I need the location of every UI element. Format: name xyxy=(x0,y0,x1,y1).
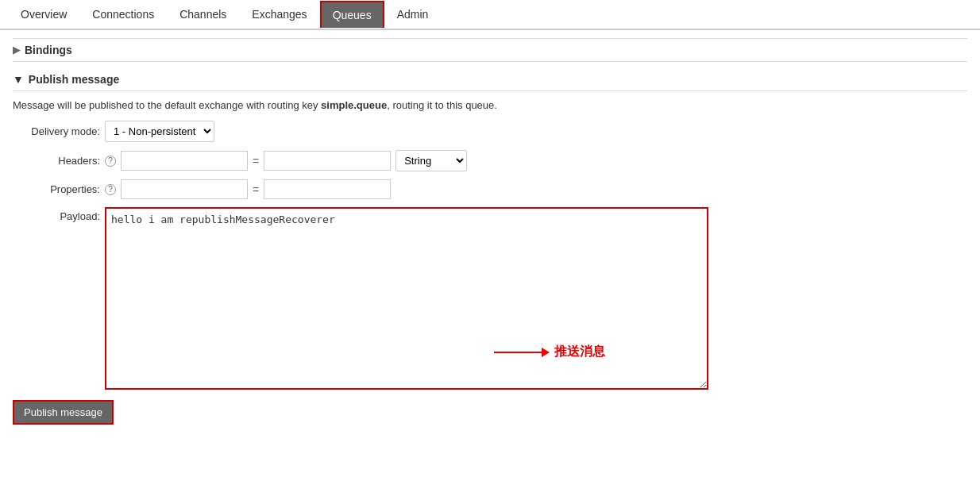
annotation: 推送消息 xyxy=(494,344,605,360)
routing-key: simple.queue xyxy=(321,99,387,111)
nav-queues[interactable]: Queues xyxy=(320,1,384,28)
payload-label: Payload: xyxy=(13,207,100,222)
delivery-mode-label: Delivery mode: xyxy=(13,125,100,137)
publish-message-button[interactable]: Publish message xyxy=(13,400,114,425)
delivery-mode-row: Delivery mode: 1 - Non-persistent 2 - Pe… xyxy=(13,121,967,142)
publish-section: ▼ Publish message Message will be publis… xyxy=(13,68,967,425)
annotation-arrow-line xyxy=(494,348,550,357)
publish-info: Message will be published to the default… xyxy=(13,99,967,111)
nav-connections[interactable]: Connections xyxy=(79,0,167,29)
delivery-mode-select[interactable]: 1 - Non-persistent 2 - Persistent xyxy=(105,121,214,142)
bindings-label: Bindings xyxy=(25,44,72,56)
bindings-section: ▶ Bindings xyxy=(13,38,967,62)
bindings-arrow-icon: ▶ xyxy=(13,44,20,56)
properties-eq: = xyxy=(253,183,259,196)
headers-row: Headers: ? = String Bytes Integer Float xyxy=(13,150,967,171)
properties-value-input[interactable] xyxy=(264,179,391,199)
annotation-text: 推送消息 xyxy=(554,344,605,360)
nav-overview[interactable]: Overview xyxy=(8,0,79,29)
properties-row: Properties: ? = xyxy=(13,179,967,199)
headers-value-input[interactable] xyxy=(264,151,391,171)
nav-admin[interactable]: Admin xyxy=(384,0,442,29)
page-content: ▶ Bindings ▼ Publish message Message wil… xyxy=(0,30,980,433)
headers-key-input[interactable] xyxy=(121,151,248,171)
bindings-header[interactable]: ▶ Bindings xyxy=(13,39,967,62)
publish-header[interactable]: ▼ Publish message xyxy=(13,68,967,91)
publish-title: Publish message xyxy=(29,73,119,86)
nav-exchanges[interactable]: Exchanges xyxy=(239,0,319,29)
info-prefix: Message will be published to the default… xyxy=(13,99,321,111)
payload-area: hello i am republishMessageRecoverer 推送消… xyxy=(105,207,708,392)
properties-label: Properties: xyxy=(13,183,100,195)
nav-channels[interactable]: Channels xyxy=(167,0,239,29)
properties-help-icon[interactable]: ? xyxy=(105,184,116,195)
info-suffix: , routing it to this queue. xyxy=(387,99,497,111)
payload-textarea[interactable]: hello i am republishMessageRecoverer xyxy=(105,207,708,390)
nav-bar: Overview Connections Channels Exchanges … xyxy=(0,0,980,30)
properties-key-input[interactable] xyxy=(121,179,248,199)
payload-row: Payload: hello i am republishMessageReco… xyxy=(13,207,967,392)
headers-help-icon[interactable]: ? xyxy=(105,156,116,167)
headers-type-select[interactable]: String Bytes Integer Float xyxy=(395,150,467,171)
headers-eq: = xyxy=(253,155,259,167)
publish-arrow-icon: ▼ xyxy=(13,73,24,86)
headers-label: Headers: xyxy=(13,155,100,167)
